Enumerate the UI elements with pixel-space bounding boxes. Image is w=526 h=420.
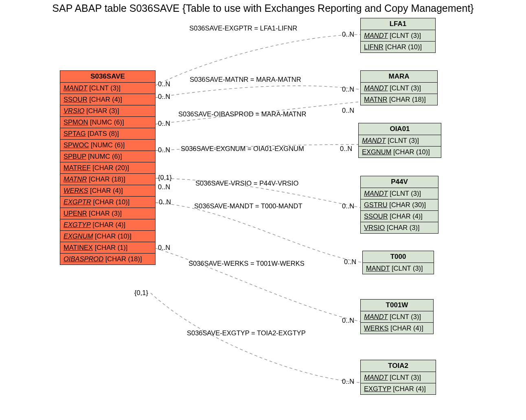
- entity-field: MANDT [CLNT (3)]: [361, 30, 435, 42]
- entity-field: SPBUP [NUMC (6)]: [60, 151, 155, 162]
- entity-header: OIA01: [359, 123, 441, 135]
- cardinality-left: {0,1}: [134, 289, 148, 297]
- entity-t000: T000MANDT [CLNT (3)]: [362, 251, 434, 274]
- entity-field: MANDT [CLNT (3)]: [361, 372, 436, 383]
- entity-field: MANDT [CLNT (3)]: [60, 83, 155, 94]
- entity-field: SPWOC [NUMC (6)]: [60, 140, 155, 151]
- page-title: SAP ABAP table S036SAVE {Table to use wi…: [0, 2, 526, 14]
- entity-header: S036SAVE: [60, 71, 155, 83]
- cardinality-right: 0..N: [344, 258, 356, 266]
- cardinality-right: 0..N: [342, 107, 354, 114]
- cardinality-left: 0..N: [158, 146, 170, 154]
- entity-lfa1: LFA1MANDT [CLNT (3)]LIFNR [CHAR (10)]: [360, 18, 436, 53]
- edge-label: S036SAVE-MATNR = MARA-MATNR: [190, 76, 301, 83]
- entity-header: P44V: [361, 176, 438, 188]
- cardinality-left: {0,1}: [158, 174, 172, 182]
- entity-field: EXGPTR [CHAR (10)]: [60, 197, 155, 208]
- cardinality-right: 0..N: [342, 378, 354, 385]
- edge-label: S036SAVE-OIBASPROD = MARA-MATNR: [178, 110, 306, 118]
- entity-field: MANDT [CLNT (3)]: [359, 135, 441, 147]
- entity-field: EXGNUM [CHAR (10)]: [60, 231, 155, 242]
- entity-field: EXGTYP [CHAR (4)]: [361, 383, 436, 394]
- entity-field: MANDT [CLNT (3)]: [361, 188, 438, 199]
- entity-header: LFA1: [361, 18, 435, 30]
- entity-field: UPENR [CHAR (3)]: [60, 208, 155, 219]
- entity-header: TOIA2: [361, 360, 436, 372]
- cardinality-right: 0..N: [342, 317, 354, 324]
- entity-field: MANDT [CLNT (3)]: [361, 83, 437, 94]
- entity-field: OIBASPROD [CHAR (18)]: [60, 254, 155, 265]
- entity-header: T001W: [361, 300, 433, 311]
- entity-field: MANDT [CLNT (3)]: [361, 311, 433, 323]
- entity-field: SSOUR [CHAR (4)]: [60, 94, 155, 105]
- entity-field: VRSIO [CHAR (3)]: [60, 105, 155, 117]
- er-diagram: SAP ABAP table S036SAVE {Table to use wi…: [0, 0, 526, 420]
- cardinality-left: 0..N: [158, 183, 170, 191]
- entity-field: SPMON [NUMC (6)]: [60, 117, 155, 128]
- entity-header: MARA: [361, 71, 437, 83]
- cardinality-left: 0..N: [158, 244, 170, 252]
- cardinality-right: 0..N: [342, 85, 354, 93]
- entity-field: EXGTYP [CHAR (4)]: [60, 219, 155, 231]
- entity-field: MATNR [CHAR (18)]: [361, 94, 437, 105]
- entity-header: T000: [363, 251, 434, 263]
- edge-label: S036SAVE-MANDT = T000-MANDT: [194, 202, 302, 210]
- entity-field: WERKS [CHAR (4)]: [361, 323, 433, 334]
- entity-field: VRSIO [CHAR (3)]: [361, 222, 438, 233]
- cardinality-left: 0..N: [158, 120, 170, 127]
- entity-mara: MARAMANDT [CLNT (3)]MATNR [CHAR (18)]: [360, 70, 438, 105]
- entity-field: WERKS [CHAR (4)]: [60, 185, 155, 197]
- entity-field: SSOUR [CHAR (4)]: [361, 211, 438, 222]
- entity-field: MANDT [CLNT (3)]: [363, 263, 434, 274]
- entity-field: EXGNUM [CHAR (10)]: [359, 147, 441, 158]
- entity-s036save: S036SAVE MANDT [CLNT (3)]SSOUR [CHAR (4)…: [60, 70, 156, 265]
- entity-toia2: TOIA2MANDT [CLNT (3)]EXGTYP [CHAR (4)]: [360, 360, 436, 395]
- entity-oia01: OIA01MANDT [CLNT (3)]EXGNUM [CHAR (10)]: [358, 123, 441, 158]
- edge-label: S036SAVE-EXGPTR = LFA1-LIFNR: [189, 24, 297, 32]
- edge-label: S036SAVE-VRSIO = P44V-VRSIO: [195, 179, 298, 187]
- entity-field: SPTAG [DATS (8)]: [60, 128, 155, 140]
- cardinality-right: 0..N: [340, 145, 352, 153]
- cardinality-right: 0..N: [342, 31, 354, 38]
- cardinality-left: 0..N: [159, 198, 171, 206]
- cardinality-left: 0..N: [158, 93, 170, 101]
- edge-label: S036SAVE-EXGNUM = OIA01-EXGNUM: [181, 145, 304, 153]
- entity-field: MATREF [CHAR (20)]: [60, 162, 155, 174]
- cardinality-right: 0..N: [342, 202, 354, 210]
- entity-t001w: T001WMANDT [CLNT (3)]WERKS [CHAR (4)]: [360, 299, 434, 334]
- entity-field: GSTRU [CHAR (30)]: [361, 199, 438, 211]
- entity-field: MATNR [CHAR (18)]: [60, 174, 155, 185]
- entity-p44v: P44VMANDT [CLNT (3)]GSTRU [CHAR (30)]SSO…: [360, 176, 438, 234]
- entity-field: MATINEX [CHAR (1)]: [60, 242, 155, 254]
- entity-field: LIFNR [CHAR (10)]: [361, 42, 435, 52]
- edge-label: S036SAVE-EXGTYP = TOIA2-EXGTYP: [187, 329, 306, 337]
- cardinality-left: 0..N: [158, 80, 170, 88]
- edge-label: S036SAVE-WERKS = T001W-WERKS: [188, 260, 305, 267]
